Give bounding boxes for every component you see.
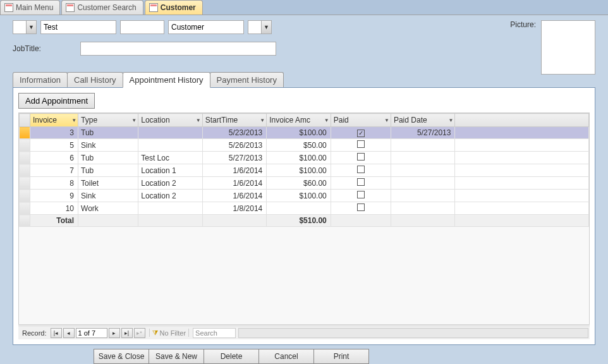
col-header-extra[interactable] bbox=[455, 114, 589, 127]
cell-starttime[interactable]: 5/23/2013 bbox=[202, 127, 267, 139]
table-row[interactable]: 7TubLocation 11/6/2014$100.00 bbox=[20, 164, 589, 177]
checkbox-icon[interactable] bbox=[357, 166, 365, 173]
job-title-input[interactable] bbox=[80, 42, 276, 56]
add-appointment-button[interactable]: Add Appointment bbox=[18, 93, 95, 109]
cell-invoice[interactable]: 9 bbox=[30, 190, 78, 202]
cell-invoice-amt[interactable]: $50.00 bbox=[267, 139, 331, 152]
nav-last-button[interactable]: ▸| bbox=[121, 328, 133, 338]
cell-invoice-amt[interactable]: $100.00 bbox=[267, 164, 331, 177]
title-select[interactable]: ▼ bbox=[13, 20, 37, 34]
cell-starttime[interactable]: 5/27/2013 bbox=[202, 152, 267, 164]
first-name-input[interactable] bbox=[40, 20, 116, 34]
delete-button[interactable]: Delete bbox=[204, 349, 259, 364]
cell-paid[interactable] bbox=[331, 190, 391, 202]
row-selector[interactable] bbox=[20, 139, 30, 152]
cell-type[interactable]: Tub bbox=[78, 127, 138, 139]
checkbox-icon[interactable] bbox=[357, 178, 365, 186]
tab-payment-history[interactable]: Payment History bbox=[210, 72, 284, 87]
tab-main-menu[interactable]: Main Menu bbox=[0, 0, 60, 15]
checkbox-icon[interactable]: ✓ bbox=[357, 130, 365, 137]
checkbox-icon[interactable] bbox=[357, 191, 365, 198]
tab-call-history[interactable]: Call History bbox=[67, 72, 123, 87]
cell-invoice-amt[interactable]: $100.00 bbox=[267, 127, 331, 139]
table-row[interactable]: 8ToiletLocation 21/6/2014$60.00 bbox=[20, 177, 589, 190]
col-header-type[interactable]: Type▼ bbox=[78, 114, 138, 127]
col-header-paid[interactable]: Paid▼ bbox=[331, 114, 391, 127]
row-selector[interactable] bbox=[20, 127, 30, 139]
cell-paid[interactable] bbox=[331, 164, 391, 177]
col-header-invoice[interactable]: Invoice▼ bbox=[30, 114, 78, 127]
cell-starttime[interactable]: 5/26/2013 bbox=[202, 139, 267, 152]
cell-paid[interactable]: ✓ bbox=[331, 127, 391, 139]
cell-invoice-amt[interactable] bbox=[267, 202, 331, 215]
cell-starttime[interactable]: 1/6/2014 bbox=[202, 177, 267, 190]
table-row[interactable]: 6TubTest Loc5/27/2013$100.00 bbox=[20, 152, 589, 164]
cell-starttime[interactable]: 1/8/2014 bbox=[202, 202, 267, 215]
suffix-select[interactable]: ▼ bbox=[248, 20, 272, 34]
tab-information[interactable]: Information bbox=[13, 72, 68, 87]
nav-first-button[interactable]: |◂ bbox=[51, 328, 62, 338]
col-header-starttime[interactable]: StartTime▼ bbox=[202, 114, 267, 127]
table-row[interactable]: 10Work1/8/2014 bbox=[20, 202, 589, 215]
cell-starttime[interactable]: 1/6/2014 bbox=[202, 164, 267, 177]
cell-type[interactable]: Toilet bbox=[78, 177, 138, 190]
checkbox-icon[interactable] bbox=[357, 203, 365, 211]
cell-type[interactable]: Sink bbox=[78, 139, 138, 152]
row-selector[interactable] bbox=[20, 190, 30, 202]
picture-frame[interactable] bbox=[541, 20, 595, 75]
row-selector[interactable] bbox=[20, 202, 30, 215]
col-header-invoice-amt[interactable]: Invoice Amc▼ bbox=[267, 114, 331, 127]
cell-location[interactable]: Test Loc bbox=[138, 152, 203, 164]
middle-name-input[interactable] bbox=[120, 20, 164, 34]
cell-invoice[interactable]: 6 bbox=[30, 152, 78, 164]
cell-location[interactable]: Location 1 bbox=[138, 164, 203, 177]
cell-paid[interactable] bbox=[331, 139, 391, 152]
cell-invoice-amt[interactable]: $100.00 bbox=[267, 152, 331, 164]
cell-starttime[interactable]: 1/6/2014 bbox=[202, 190, 267, 202]
save-new-button[interactable]: Save & New bbox=[149, 349, 204, 364]
table-row[interactable]: 5Sink5/26/2013$50.00 bbox=[20, 139, 589, 152]
nav-prev-button[interactable]: ◂ bbox=[63, 328, 75, 338]
row-selector[interactable] bbox=[20, 164, 30, 177]
cell-location[interactable] bbox=[138, 139, 203, 152]
cell-type[interactable]: Tub bbox=[78, 152, 138, 164]
cell-invoice[interactable]: 10 bbox=[30, 202, 78, 215]
cell-type[interactable]: Work bbox=[78, 202, 138, 215]
cell-paid[interactable] bbox=[331, 177, 391, 190]
checkbox-icon[interactable] bbox=[357, 140, 365, 148]
row-selector[interactable] bbox=[20, 152, 30, 164]
select-all-header[interactable] bbox=[20, 114, 30, 127]
col-header-paid-date[interactable]: Paid Date▼ bbox=[391, 114, 455, 127]
tab-appointment-history[interactable]: Appointment History bbox=[123, 72, 210, 88]
filter-indicator[interactable]: ⧩ No Filter bbox=[149, 329, 190, 337]
save-close-button[interactable]: Save & Close bbox=[94, 349, 149, 364]
cell-location[interactable]: Location 2 bbox=[138, 190, 203, 202]
cell-paid-date[interactable] bbox=[391, 190, 455, 202]
print-button[interactable]: Print bbox=[313, 349, 369, 364]
cell-invoice[interactable]: 7 bbox=[30, 164, 78, 177]
cell-paid-date[interactable] bbox=[391, 164, 455, 177]
record-position-input[interactable] bbox=[76, 328, 107, 338]
cell-paid[interactable] bbox=[331, 202, 391, 215]
cell-location[interactable] bbox=[138, 127, 203, 139]
checkbox-icon[interactable] bbox=[357, 153, 365, 161]
cell-paid[interactable] bbox=[331, 152, 391, 164]
cell-location[interactable] bbox=[138, 202, 203, 215]
horizontal-scrollbar[interactable] bbox=[238, 328, 588, 338]
cancel-button[interactable]: Cancel bbox=[258, 349, 314, 364]
cell-type[interactable]: Sink bbox=[78, 190, 138, 202]
cell-invoice-amt[interactable]: $60.00 bbox=[267, 177, 331, 190]
table-row[interactable]: 9SinkLocation 21/6/2014$100.00 bbox=[20, 190, 589, 202]
col-header-location[interactable]: Location▼ bbox=[138, 114, 203, 127]
tab-customer-search[interactable]: Customer Search bbox=[61, 0, 143, 15]
last-name-input[interactable] bbox=[168, 20, 244, 34]
cell-paid-date[interactable] bbox=[391, 202, 455, 215]
record-search-input[interactable] bbox=[193, 328, 236, 338]
cell-invoice[interactable]: 3 bbox=[30, 127, 78, 139]
cell-paid-date[interactable] bbox=[391, 152, 455, 164]
nav-new-button[interactable]: ▸* bbox=[134, 328, 145, 338]
tab-customer[interactable]: Customer bbox=[145, 0, 203, 15]
cell-paid-date[interactable] bbox=[391, 139, 455, 152]
cell-type[interactable]: Tub bbox=[78, 164, 138, 177]
cell-invoice[interactable]: 8 bbox=[30, 177, 78, 190]
